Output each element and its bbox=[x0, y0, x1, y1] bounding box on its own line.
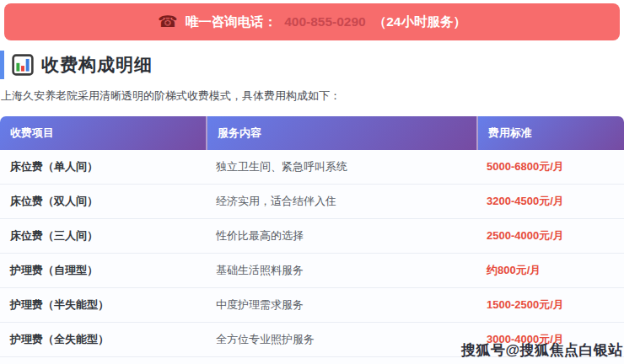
header-price: 费用标准 bbox=[476, 116, 624, 150]
fee-item-cell: 床位费（单人间） bbox=[0, 150, 206, 185]
service-cell: 中度护理需求服务 bbox=[206, 288, 476, 323]
fee-item-cell: 护理费（全失能型） bbox=[0, 323, 206, 357]
header-service: 服务内容 bbox=[206, 116, 476, 150]
phone-banner: ☎ 唯一咨询电话： 400-855-0290 （24小时服务） bbox=[4, 3, 620, 40]
table-row: 护理费（自理型）基础生活照料服务约800元/月 bbox=[0, 254, 624, 288]
fee-item-cell: 床位费（三人间） bbox=[0, 219, 206, 254]
price-cell: 1500-2500元/月 bbox=[476, 288, 624, 323]
watermark-text: 搜狐号@搜狐焦点白银站 bbox=[461, 340, 623, 360]
service-cell: 全方位专业照护服务 bbox=[206, 323, 476, 357]
header-fee-item: 收费项目 bbox=[0, 116, 206, 150]
phone-service-note: （24小时服务） bbox=[374, 13, 466, 31]
fee-table-body: 床位费（单人间）独立卫生间、紧急呼叫系统5000-6800元/月床位费（双人间）… bbox=[0, 150, 624, 364]
price-cell: 3200-4500元/月 bbox=[476, 185, 624, 219]
intro-text: 上海久安养老院采用清晰透明的阶梯式收费模式，具体费用构成如下： bbox=[1, 88, 624, 104]
fee-item-cell: 床位费（双人间） bbox=[0, 185, 206, 219]
fee-table-header: 收费项目 服务内容 费用标准 bbox=[0, 116, 624, 150]
fee-item-cell: 护理费（自理型） bbox=[0, 254, 206, 288]
table-row: 床位费（单人间）独立卫生间、紧急呼叫系统5000-6800元/月 bbox=[0, 150, 624, 185]
service-cell: 三餐两点营养配餐 bbox=[206, 357, 476, 364]
service-cell: 独立卫生间、紧急呼叫系统 bbox=[206, 150, 476, 185]
phone-icon: ☎ bbox=[158, 13, 178, 29]
page-title: 收费构成明细 bbox=[41, 53, 153, 77]
section-heading: 收费构成明细 bbox=[0, 51, 624, 79]
phone-number[interactable]: 400-855-0290 bbox=[284, 14, 366, 29]
fee-item-cell: 餐饮费 bbox=[0, 357, 206, 364]
table-row: 床位费（双人间）经济实用，适合结伴入住3200-4500元/月 bbox=[0, 185, 624, 219]
price-cell: 5000-6800元/月 bbox=[476, 150, 624, 185]
phone-banner-label: 唯一咨询电话： bbox=[186, 13, 277, 31]
price-cell: 约800元/月 bbox=[476, 254, 624, 288]
bar-chart-icon bbox=[12, 54, 34, 76]
service-cell: 基础生活照料服务 bbox=[206, 254, 476, 288]
service-cell: 经济实用，适合结伴入住 bbox=[206, 185, 476, 219]
table-row: 护理费（半失能型）中度护理需求服务1500-2500元/月 bbox=[0, 288, 624, 323]
price-cell: 2500-4000元/月 bbox=[476, 219, 624, 254]
fee-table: 收费项目 服务内容 费用标准 床位费（单人间）独立卫生间、紧急呼叫系统5000-… bbox=[0, 116, 624, 364]
table-row: 床位费（三人间）性价比最高的选择2500-4000元/月 bbox=[0, 219, 624, 254]
fee-item-cell: 护理费（半失能型） bbox=[0, 288, 206, 323]
service-cell: 性价比最高的选择 bbox=[206, 219, 476, 254]
